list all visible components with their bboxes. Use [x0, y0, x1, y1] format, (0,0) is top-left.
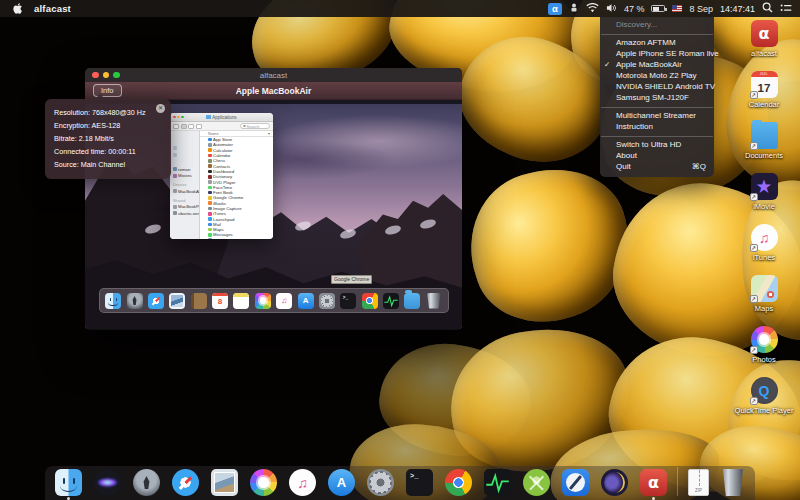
menu-item-amazon-aftmm[interactable]: Amazon AFTMM [600, 38, 714, 49]
desktop-icon-documents[interactable]: ↗Documents [728, 122, 800, 160]
column-view-button [188, 124, 194, 129]
eclipse-icon [601, 469, 628, 496]
dock-item-launchpad[interactable] [133, 469, 160, 496]
menu-item-label: Multichannel Streamer [616, 111, 696, 120]
dock-item-mail[interactable] [211, 469, 238, 496]
running-indicator [652, 497, 655, 500]
menu-item-samsung-sm-j120f[interactable]: Samsung SM-J120F [600, 93, 714, 104]
active-app-menu[interactable]: alfacast [34, 3, 71, 14]
dock-item-google-chrome[interactable] [445, 469, 472, 496]
window-titlebar: alfacast [85, 68, 462, 82]
notification-center-icon[interactable] [780, 3, 792, 15]
apple-menu[interactable] [12, 2, 24, 15]
dock-item-zip-archive[interactable]: ZIP [688, 469, 709, 496]
remote-finder-titlebar: Applications [170, 113, 273, 122]
remote-finder-toolbar: Search [170, 122, 273, 131]
wifi-icon[interactable] [586, 3, 599, 15]
menu-item-motorola-moto-z2-play[interactable]: Motorola Moto Z2 Play [600, 71, 714, 82]
desktop-icon-label: Photos [752, 355, 775, 364]
desktop-icon-itunes[interactable]: ♫↗iTunes [728, 224, 800, 262]
server-icon [173, 211, 177, 215]
menu-item-multichannel-streamer[interactable]: Multichannel Streamer [600, 111, 714, 122]
app-icon [208, 191, 212, 195]
zip-icon: ZIP [688, 469, 709, 496]
alias-badge-icon: ↗ [750, 397, 758, 405]
remote-dock-item-trash [426, 293, 442, 309]
desktop-icon-alfacast[interactable]: αalfacast [728, 20, 800, 58]
remote-finder-column-header: Name▾ [200, 131, 273, 137]
menu-item-label: Discovery... [616, 20, 657, 29]
dock-item-siri[interactable] [94, 469, 121, 496]
list-view-button [181, 124, 187, 129]
chrome-icon [362, 293, 378, 309]
app-icon [208, 228, 212, 232]
dock-item-photos[interactable] [250, 469, 277, 496]
menu-item-apple-macbookair[interactable]: ✓Apple MacBookAir [600, 60, 714, 71]
dock-item-trash[interactable] [721, 469, 745, 496]
dock-item-itunes[interactable]: ♫ [289, 469, 316, 496]
menubar-date[interactable]: 8 Sep [689, 4, 713, 14]
remote-dock-item-notes [233, 293, 249, 309]
menu-item-label: Motorola Moto Z2 Play [616, 71, 696, 80]
dock-item-xcode[interactable] [562, 469, 589, 496]
menubar-time[interactable]: 14:47:41 [720, 4, 755, 14]
dock-item-finder[interactable] [55, 469, 82, 496]
activity-icon [383, 293, 399, 309]
itunes-icon: ♫ [276, 293, 292, 309]
spotlight-icon[interactable] [762, 2, 773, 15]
battery-percent[interactable]: 47 % [624, 4, 645, 14]
menu-item-label: Instruction [616, 122, 653, 131]
appstore-icon: A [298, 293, 314, 309]
dock-item-alfacast[interactable]: α [640, 469, 667, 496]
dock-item-terminal[interactable]: >_ [406, 469, 433, 496]
remote-dock-item-launchpad [127, 293, 143, 309]
remote-dock-item-itunes: ♫ [276, 293, 292, 309]
menu-item-about[interactable]: About [600, 151, 714, 162]
remote-dock-item-safari [148, 293, 164, 309]
siri-icon [94, 469, 121, 496]
safari-icon [148, 293, 164, 309]
dock-item-android-studio[interactable] [523, 469, 550, 496]
sidebar-section-header: Shared [173, 199, 199, 203]
alias-badge-icon: ↗ [750, 142, 758, 150]
dock-item-eclipse[interactable] [601, 469, 628, 496]
remote-dock-item-chrome [362, 293, 378, 309]
alias-badge-icon: ↗ [750, 346, 758, 354]
info-line: Bitrate: 2.18 Mbit/s [54, 132, 162, 145]
battery-icon[interactable] [651, 5, 665, 12]
dock-item-app-store[interactable]: A [328, 469, 355, 496]
menu-item-nvidia-shield-android-tv[interactable]: NVIDIA SHIELD Android TV [600, 82, 714, 93]
alfacast-icon: α [751, 20, 778, 47]
android-device-menubar-icon[interactable] [569, 3, 579, 15]
folder-icon [404, 293, 420, 309]
volume-icon[interactable] [606, 3, 617, 15]
alfacast-menubar-icon[interactable]: α [548, 3, 562, 15]
menu-item-label: Amazon AFTMM [616, 38, 676, 47]
menu-item-instruction[interactable]: Instruction [600, 122, 714, 133]
app-icon [208, 212, 212, 216]
desktop-icon-label: Documents [745, 151, 783, 160]
dock-separator [677, 467, 678, 496]
alias-badge-icon: ↗ [750, 91, 758, 99]
menu-item-label: Apple iPhone SE Roman live [616, 49, 719, 58]
app-icon [208, 143, 212, 147]
prefs-icon [319, 293, 335, 309]
laptop-icon [173, 189, 177, 193]
menu-item-apple-iphone-se-roman-live[interactable]: Apple iPhone SE Roman live [600, 49, 714, 60]
finder-app-row: Mission Control [200, 238, 273, 239]
desktop-icon-maps[interactable]: ↗Maps [728, 275, 800, 313]
dock-item-activity-monitor[interactable] [484, 469, 511, 496]
desktop-icon-quicktime-player[interactable]: Q↗QuickTime Player [728, 377, 800, 415]
menu-item-quit[interactable]: Quit⌘Q [600, 162, 714, 173]
input-source-flag-icon[interactable] [672, 5, 682, 12]
sidebar-section-header: Devices [173, 183, 199, 187]
dock-item-safari[interactable] [172, 469, 199, 496]
desktop-icon-calendar[interactable]: JUL17↗Calendar [728, 71, 800, 109]
desktop-icon-photos[interactable]: ↗Photos [728, 326, 800, 364]
desktop-icon-imovie[interactable]: ★↗iMovie [728, 173, 800, 211]
dock-item-system-preferences[interactable] [367, 469, 394, 496]
info-close-icon[interactable]: ✕ [156, 104, 165, 113]
menu-item-switch-to-ultra-hd[interactable]: Switch to Ultra HD [600, 140, 714, 151]
menu-item-shortcut: ⌘Q [692, 163, 706, 172]
remote-finder-sidebar: romanMoviesDevicesMacBookAirSharedMacBoo… [170, 131, 200, 239]
